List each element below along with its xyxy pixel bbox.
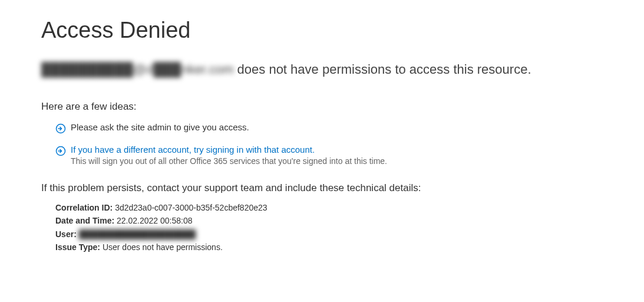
datetime-label: Date and Time: [55, 216, 114, 225]
technical-details-heading: If this problem persists, contact your s… [41, 182, 603, 194]
issue-type-value: User does not have permissions. [103, 242, 223, 252]
correlation-id-label: Correlation ID: [55, 203, 113, 212]
page-title: Access Denied [41, 18, 603, 43]
user-value-obscured: ████████████████████ [79, 228, 196, 241]
datetime-value: 22.02.2022 00:58:08 [117, 216, 192, 225]
user-row: User: ████████████████████ [55, 228, 603, 241]
permission-message-text: does not have permissions to access this… [233, 62, 531, 77]
technical-details: Correlation ID: 3d2d23a0-c007-3000-b35f-… [55, 201, 603, 254]
arrow-right-circle-icon [55, 123, 66, 134]
issue-type-row: Issue Type: User does not have permissio… [55, 241, 603, 254]
permission-message: ██████████@d███nker.com does not have pe… [41, 62, 603, 77]
correlation-id-row: Correlation ID: 3d2d23a0-c007-3000-b35f-… [55, 201, 603, 214]
obscured-email: ██████████@d███nker.com [41, 62, 233, 77]
signin-warning-text: This will sign you out of all other Offi… [71, 156, 387, 166]
user-label: User: [55, 229, 77, 239]
idea-item: Please ask the site admin to give you ac… [55, 122, 603, 134]
ideas-heading: Here are a few ideas: [41, 101, 603, 113]
issue-type-label: Issue Type: [55, 242, 100, 252]
idea-item: If you have a different account, try sig… [55, 145, 603, 166]
idea-ask-admin-text: Please ask the site admin to give you ac… [71, 122, 249, 132]
arrow-right-circle-icon [55, 146, 66, 156]
correlation-id-value: 3d2d23a0-c007-3000-b35f-52cbef820e23 [115, 203, 267, 212]
signin-different-account-link[interactable]: If you have a different account, try sig… [71, 145, 315, 155]
datetime-row: Date and Time: 22.02.2022 00:58:08 [55, 214, 603, 227]
